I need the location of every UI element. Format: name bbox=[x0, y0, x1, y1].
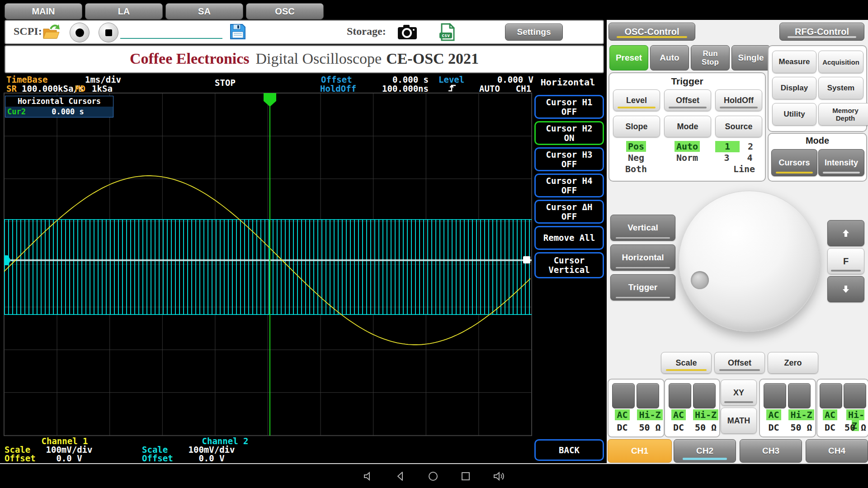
trigger-slope-button[interactable]: Slope bbox=[613, 116, 660, 137]
ch3-impedance-toggle[interactable] bbox=[788, 383, 811, 408]
trigger-mode-button[interactable]: Mode bbox=[664, 116, 711, 137]
scale-button[interactable]: Scale bbox=[661, 352, 712, 374]
channel-tab-ch1[interactable]: CH1 bbox=[608, 439, 672, 463]
rfg-control-button[interactable]: RFG-Control bbox=[779, 23, 864, 41]
ch1-50ohm-label[interactable]: 50 Ω bbox=[636, 422, 664, 433]
step-down-button[interactable] bbox=[827, 276, 864, 302]
horizontal-button[interactable]: Horizontal bbox=[610, 244, 675, 271]
utility-button[interactable]: Utility bbox=[772, 103, 816, 126]
channel-tab-ch4[interactable]: CH4 bbox=[806, 439, 868, 463]
volume-down-icon[interactable] bbox=[362, 470, 374, 482]
scpi-command-input[interactable] bbox=[120, 23, 222, 39]
channel-tab-ch2[interactable]: CH2 bbox=[674, 439, 736, 463]
slope-option-neg[interactable]: Neg bbox=[613, 152, 659, 164]
cursor-h3-button[interactable]: Cursor H3OFF bbox=[534, 147, 604, 171]
source-option-1[interactable]: 1 bbox=[715, 141, 740, 152]
recents-icon[interactable] bbox=[460, 470, 472, 482]
memory-depth-button[interactable]: Memory Depth bbox=[818, 103, 868, 126]
save-icon[interactable] bbox=[229, 23, 247, 42]
ch1-impedance-toggle[interactable] bbox=[637, 383, 659, 408]
measure-button[interactable]: Measure bbox=[772, 51, 816, 73]
xy-button[interactable]: XY bbox=[721, 380, 757, 406]
ch4-coupling-toggle[interactable] bbox=[820, 383, 842, 408]
ch4-ac-label[interactable]: AC bbox=[823, 409, 837, 420]
tab-la[interactable]: LA bbox=[85, 3, 163, 19]
single-button[interactable]: Single bbox=[731, 45, 770, 70]
slope-option-pos[interactable]: Pos bbox=[626, 141, 646, 152]
ch3-dc-label[interactable]: DC bbox=[760, 422, 788, 433]
back-icon[interactable] bbox=[395, 470, 406, 482]
fine-button[interactable]: F bbox=[827, 248, 864, 274]
preset-button[interactable]: Preset bbox=[609, 45, 648, 70]
ch3-coupling-toggle[interactable] bbox=[764, 383, 786, 408]
ch2-impedance-toggle[interactable] bbox=[693, 383, 716, 408]
ch2-50ohm-label[interactable]: 50 Ω bbox=[692, 422, 719, 433]
ch4-impedance-toggle[interactable] bbox=[844, 383, 866, 408]
ch1-hiz-label[interactable]: Hi-Z bbox=[637, 409, 662, 420]
open-file-icon[interactable] bbox=[42, 23, 62, 43]
slope-options[interactable]: Pos Neg Both bbox=[613, 141, 659, 175]
camera-screenshot-icon[interactable] bbox=[397, 24, 418, 42]
ch3-50ohm-label[interactable]: 50 Ω bbox=[788, 422, 815, 433]
ch1-coupling-toggle[interactable] bbox=[612, 383, 635, 408]
mode-intensity-button[interactable]: Intensity bbox=[818, 149, 864, 176]
vertical-button[interactable]: Vertical bbox=[610, 215, 675, 241]
ch1-ac-label[interactable]: AC bbox=[615, 409, 629, 420]
remove-all-button[interactable]: Remove All bbox=[534, 226, 604, 250]
settings-button[interactable]: Settings bbox=[505, 23, 563, 41]
ch4-dc-label[interactable]: DC bbox=[817, 422, 843, 433]
csv-file-icon[interactable]: csv bbox=[439, 23, 456, 43]
mode-options[interactable]: Auto Norm bbox=[664, 141, 710, 164]
ch2-coupling-toggle[interactable] bbox=[669, 383, 691, 408]
trigger-holdoff-button[interactable]: HoldOff bbox=[715, 89, 762, 111]
system-button[interactable]: System bbox=[818, 77, 863, 99]
home-icon[interactable] bbox=[427, 470, 439, 482]
source-options[interactable]: 12 34 Line bbox=[715, 141, 761, 175]
button-state: OFF bbox=[561, 186, 577, 195]
tab-sa[interactable]: SA bbox=[165, 3, 243, 19]
display-button[interactable]: Display bbox=[772, 77, 816, 99]
cursor-vertical-button[interactable]: CursorVertical bbox=[534, 252, 604, 278]
acquisition-button[interactable]: Acquisition bbox=[818, 51, 863, 73]
source-option-3[interactable]: 3 bbox=[715, 152, 738, 164]
ch1-dc-label[interactable]: DC bbox=[609, 422, 636, 433]
ch2-hiz-label[interactable]: Hi-Z bbox=[693, 409, 718, 420]
trigger-source-button[interactable]: Source bbox=[715, 116, 762, 137]
trigger-level-button[interactable]: Level bbox=[613, 89, 660, 111]
tab-main[interactable]: MAIN bbox=[5, 3, 82, 19]
zero-button[interactable]: Zero bbox=[768, 352, 818, 374]
trigger-offset-button[interactable]: Offset bbox=[664, 89, 711, 111]
source-option-4[interactable]: 4 bbox=[738, 152, 761, 164]
scpi-label: SCPI: bbox=[14, 25, 42, 38]
cursor-delta-h-button[interactable]: Cursor ΔHOFF bbox=[534, 200, 604, 224]
run-stop-button[interactable]: RunStop bbox=[691, 45, 730, 70]
channel-tab-ch3[interactable]: CH3 bbox=[740, 439, 802, 463]
osc-control-button[interactable]: OSC-Control bbox=[609, 23, 695, 41]
cursor-h2-button[interactable]: Cursor H2ON bbox=[534, 121, 604, 145]
record-button[interactable] bbox=[70, 23, 90, 42]
ch3-ac-label[interactable]: AC bbox=[766, 409, 781, 420]
rotary-knob[interactable] bbox=[679, 191, 820, 332]
tab-osc[interactable]: OSC bbox=[246, 3, 324, 19]
math-button[interactable]: MATH bbox=[721, 408, 757, 434]
source-option-line[interactable]: Line bbox=[715, 164, 761, 175]
volume-up-icon[interactable] bbox=[492, 470, 506, 482]
step-up-button[interactable] bbox=[827, 220, 864, 246]
ch2-dc-label[interactable]: DC bbox=[665, 422, 692, 433]
back-button[interactable]: BACK bbox=[534, 439, 604, 461]
mode-option-auto[interactable]: Auto bbox=[675, 141, 700, 152]
mode-cursors-button[interactable]: Cursors bbox=[771, 149, 817, 176]
ch4-50ohm-label[interactable]: 50 Ω bbox=[843, 422, 868, 433]
mode-option-norm[interactable]: Norm bbox=[664, 152, 710, 164]
slope-option-both[interactable]: Both bbox=[613, 164, 659, 175]
trigger-axis-button[interactable]: Trigger bbox=[610, 274, 675, 300]
source-option-2[interactable]: 2 bbox=[740, 141, 761, 152]
stop-button[interactable] bbox=[99, 23, 118, 42]
auto-button[interactable]: Auto bbox=[650, 45, 689, 70]
ch2-right-handle[interactable] bbox=[523, 256, 530, 263]
cursor-h1-button[interactable]: Cursor H1OFF bbox=[534, 95, 604, 119]
cursor-h4-button[interactable]: Cursor H4OFF bbox=[534, 174, 604, 197]
offset-button[interactable]: Offset bbox=[714, 352, 765, 374]
ch2-ac-label[interactable]: AC bbox=[671, 409, 686, 420]
ch3-hiz-label[interactable]: Hi-Z bbox=[788, 409, 814, 420]
